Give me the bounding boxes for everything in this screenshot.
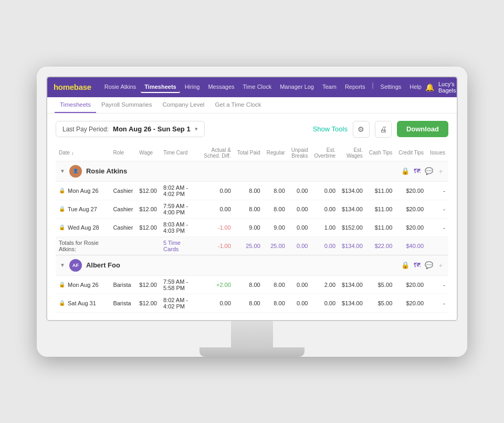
cell-wage: $12.00 bbox=[136, 218, 160, 236]
table-row: 🔒Mon Aug 26 Cashier $12.00 8:02 AM - 4:0… bbox=[56, 181, 448, 200]
cell-timecard: 7:59 AM - 4:00 PM bbox=[160, 200, 201, 218]
cell-cash: $11.00 bbox=[366, 181, 395, 200]
employee-header-left: ▼ 👤 Rosie Atkins bbox=[60, 165, 127, 178]
total-regular: 25.00 bbox=[264, 236, 288, 255]
download-button[interactable]: Download bbox=[397, 121, 448, 137]
col-est-overtime: Est.Overtime bbox=[311, 145, 339, 161]
total-issues bbox=[427, 236, 448, 255]
cell-wages: $134.00 bbox=[339, 200, 366, 218]
cell-wages: $134.00 bbox=[339, 294, 366, 312]
screen: homebase Rosie Atkins Timesheets Hiring … bbox=[46, 76, 458, 321]
table-row: 🔒Tue Aug 27 Cashier $12.00 7:59 AM - 4:0… bbox=[56, 200, 448, 218]
cell-cash: $5.00 bbox=[366, 294, 395, 312]
sort-icon: ↓ bbox=[71, 150, 74, 156]
period-chevron-icon: ▾ bbox=[195, 126, 198, 132]
lock-action-icon[interactable]: 🔒 bbox=[401, 261, 410, 269]
employee-header-inner: ▼ AF Albert Foo 🔒 🗺 💬 ＋ bbox=[60, 259, 444, 272]
map-action-icon[interactable]: 🗺 bbox=[414, 261, 421, 269]
employee-header-albert: ▼ AF Albert Foo 🔒 🗺 💬 ＋ bbox=[56, 255, 448, 275]
add-action-icon[interactable]: ＋ bbox=[437, 261, 444, 270]
sub-nav-payroll[interactable]: Payroll Summaries bbox=[96, 97, 158, 113]
cell-role: Cashier bbox=[110, 218, 136, 236]
total-breaks: 0.00 bbox=[288, 236, 311, 255]
cell-overtime: 0.00 bbox=[311, 294, 339, 312]
cell-role: Cashier bbox=[110, 200, 136, 218]
col-regular: Regular bbox=[264, 145, 288, 161]
timesheet-table: Date ↓ Role Wage Time Card Actual &Sched… bbox=[56, 145, 448, 313]
cell-wages: $134.00 bbox=[339, 181, 366, 200]
cell-credit: $20.00 bbox=[395, 218, 427, 236]
toolbar-row: Last Pay Period: Mon Aug 26 - Sun Sep 1 … bbox=[56, 121, 448, 138]
message-action-icon[interactable]: 💬 bbox=[425, 167, 433, 175]
cell-role: Cashier bbox=[110, 181, 136, 200]
sub-nav-company[interactable]: Company Level bbox=[158, 97, 210, 113]
employee-header-right: 🔒 🗺 💬 ＋ bbox=[401, 167, 444, 176]
location-selector[interactable]: Lucy's Bagels bbox=[438, 81, 458, 94]
cell-wage: $12.00 bbox=[136, 294, 160, 312]
cell-cash: $5.00 bbox=[366, 275, 395, 294]
logo-text: homebase bbox=[54, 82, 91, 91]
content: Last Pay Period: Mon Aug 26 - Sun Sep 1 … bbox=[47, 114, 457, 320]
cell-wage: $12.00 bbox=[136, 200, 160, 218]
cell-diff: +2.00 bbox=[201, 275, 234, 294]
nav-bar: homebase Rosie Atkins Timesheets Hiring … bbox=[47, 77, 457, 97]
nav-managerlog[interactable]: Manager Log bbox=[276, 81, 318, 93]
cell-regular: 8.00 bbox=[264, 181, 288, 200]
cell-credit: $20.00 bbox=[395, 275, 427, 294]
cell-timecard: 7:59 AM - 5:58 PM bbox=[160, 275, 201, 294]
cell-credit: $20.00 bbox=[395, 200, 427, 218]
cell-issues: - bbox=[427, 275, 448, 294]
employee-header-left: ▼ AF Albert Foo bbox=[60, 259, 120, 272]
cell-credit: $20.00 bbox=[395, 294, 427, 312]
nav-settings[interactable]: Settings bbox=[377, 81, 405, 93]
gear-icon: ⚙ bbox=[358, 125, 364, 133]
cell-wage: $12.00 bbox=[136, 181, 160, 200]
col-issues: Issues bbox=[427, 145, 448, 161]
nav-messages[interactable]: Messages bbox=[204, 81, 238, 93]
lock-action-icon[interactable]: 🔒 bbox=[401, 167, 410, 175]
cell-timecard: 8:02 AM - 4:02 PM bbox=[160, 294, 201, 312]
message-action-icon[interactable]: 💬 bbox=[425, 261, 433, 269]
sub-nav-timeclock[interactable]: Get a Time Clock bbox=[209, 97, 266, 113]
cell-issues: - bbox=[427, 200, 448, 218]
nav-team[interactable]: Team bbox=[319, 81, 340, 93]
nav-timeclock[interactable]: Time Clock bbox=[239, 81, 276, 93]
nav-right: 🔔 Lucy's Bagels ▾ L Lucy ▾ bbox=[425, 81, 458, 94]
bell-icon[interactable]: 🔔 bbox=[425, 83, 434, 91]
nav-hiring[interactable]: Hiring bbox=[181, 81, 204, 93]
cell-total: 8.00 bbox=[234, 275, 264, 294]
total-credit: $40.00 bbox=[395, 236, 427, 255]
print-icon-button[interactable]: 🖨 bbox=[375, 121, 392, 138]
sub-nav-timesheets[interactable]: Timesheets bbox=[55, 97, 96, 113]
cell-timecard: 8:02 AM - 4:02 PM bbox=[160, 181, 201, 200]
nav-schedule[interactable]: Rosie Atkins bbox=[101, 81, 140, 93]
lock-icon: 🔒 bbox=[59, 300, 65, 306]
table-row: 🔒Mon Aug 26 Barista $12.00 7:59 AM - 5:5… bbox=[56, 275, 448, 294]
cell-breaks: 0.00 bbox=[288, 294, 311, 312]
nav-timesheets[interactable]: Timesheets bbox=[141, 81, 180, 93]
nav-reports[interactable]: Reports bbox=[341, 81, 369, 93]
lock-icon: 🔒 bbox=[59, 224, 65, 230]
col-unpaid-breaks: UnpaidBreaks bbox=[288, 145, 311, 161]
add-action-icon[interactable]: ＋ bbox=[437, 167, 444, 176]
total-timecards: 5 Time Cards bbox=[160, 236, 201, 255]
settings-icon-button[interactable]: ⚙ bbox=[353, 121, 370, 138]
table-header: Date ↓ Role Wage Time Card Actual &Sched… bbox=[56, 145, 448, 161]
cell-wages: $152.00 bbox=[339, 218, 366, 236]
show-tools-button[interactable]: Show Tools bbox=[313, 125, 348, 133]
period-selector[interactable]: Last Pay Period: Mon Aug 26 - Sun Sep 1 … bbox=[56, 121, 205, 137]
total-wages: $134.00 bbox=[339, 236, 366, 255]
cell-issues: - bbox=[427, 294, 448, 312]
collapse-icon[interactable]: ▼ bbox=[60, 168, 65, 174]
employee-header-rosie: ▼ 👤 Rosie Atkins 🔒 🗺 💬 ＋ bbox=[56, 161, 448, 181]
cell-breaks: 0.00 bbox=[288, 218, 311, 236]
map-action-icon[interactable]: 🗺 bbox=[414, 167, 421, 175]
col-credit-tips: Credit Tips bbox=[395, 145, 427, 161]
cell-regular: 8.00 bbox=[264, 275, 288, 294]
nav-help[interactable]: Help bbox=[406, 81, 425, 93]
sub-nav: Timesheets Payroll Summaries Company Lev… bbox=[47, 97, 457, 114]
collapse-icon[interactable]: ▼ bbox=[60, 262, 65, 268]
cell-date: 🔒Wed Aug 28 bbox=[56, 218, 110, 236]
cell-overtime: 2.00 bbox=[311, 275, 339, 294]
col-role: Role bbox=[110, 145, 136, 161]
